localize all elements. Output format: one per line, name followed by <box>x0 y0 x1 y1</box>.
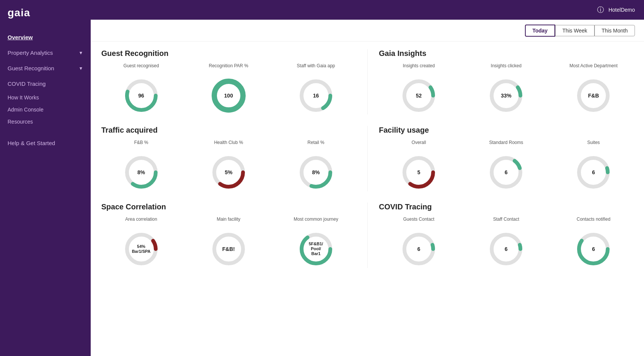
filter-this-week[interactable]: This Week <box>555 25 594 36</box>
time-filter-bar: Today This Week This Month <box>91 20 644 42</box>
row-1: Guest Recognition Guest recognised 96 <box>101 49 633 115</box>
donut-staff-contact: 6 <box>487 230 525 268</box>
donut-contacts-notified: 6 <box>574 230 612 268</box>
metric-label: Staff Contact <box>493 217 519 227</box>
metric-label: Health Club % <box>214 140 243 150</box>
top-bar: ⓘ HotelDemo <box>91 0 644 20</box>
donut-value: 8% <box>137 169 145 176</box>
dashboard: Guest Recognition Guest recognised 96 <box>91 42 644 287</box>
gaia-insights-title: Gaia Insights <box>379 49 634 58</box>
guest-recognition-title: Guest Recognition <box>101 49 356 58</box>
metric-health-club-pct: Health Club % 5% <box>189 140 268 191</box>
metric-suites: Suites 6 <box>554 140 633 191</box>
donut-facility-overall: 5 <box>400 153 438 191</box>
facility-usage-metrics: Overall 5 Standard Rooms <box>379 140 634 191</box>
sidebar-item-overview[interactable]: Overview <box>0 29 91 45</box>
metric-label: Most Active Department <box>570 63 618 74</box>
section-guest-recognition: Guest Recognition Guest recognised 96 <box>101 49 356 115</box>
metric-main-facility: Main facility F&B! <box>189 217 268 268</box>
metric-staff-gaia-app: Staff with Gaia app 16 <box>276 63 356 115</box>
sidebar-item-how-it-works[interactable]: How It Works <box>0 91 91 104</box>
donut-recognition-par: 100 <box>210 77 248 115</box>
section-facility-usage: Facility usage Overall 5 Stand <box>379 126 634 191</box>
donut-value: F&B! <box>222 246 235 252</box>
chevron-down-icon: ▼ <box>79 50 83 56</box>
filter-today[interactable]: Today <box>525 25 555 37</box>
donut-most-common-journey: 5F&B1/ Pool/ Bar1 <box>297 230 335 268</box>
donut-retail-pct: 8% <box>297 153 335 191</box>
guest-recognition-metrics: Guest recognised 96 Recognition PAR % <box>101 63 356 115</box>
donut-value: 6 <box>417 246 420 252</box>
metric-area-correlation: Area correlation 54% Bar1/SPA <box>101 217 181 268</box>
covid-tracing-metrics: Guests Contact 6 Staff Contact <box>379 217 634 268</box>
top-bar-right: ⓘ HotelDemo <box>597 5 635 14</box>
metric-label: Contacts notified <box>577 217 610 227</box>
donut-insights-created: 52 <box>400 77 438 115</box>
metric-contacts-notified: Contacts notified 6 <box>554 217 633 268</box>
user-label: HotelDemo <box>608 7 635 13</box>
metric-insights-clicked: Insights clicked 33% <box>466 63 546 115</box>
metric-label: Standard Rooms <box>489 140 523 150</box>
donut-main-facility: F&B! <box>210 230 248 268</box>
metric-insights-created: Insights created 52 <box>379 63 459 115</box>
sidebar-item-help[interactable]: Help & Get Started <box>0 135 91 151</box>
donut-value: 96 <box>138 93 144 99</box>
metric-label: Most common journey <box>294 217 338 227</box>
metric-label: Recognition PAR % <box>209 63 249 74</box>
section-traffic-acquired: Traffic acquired F&B % 8% Heal <box>101 126 356 191</box>
space-correlation-metrics: Area correlation 54% Bar1/SPA Main facil… <box>101 217 356 268</box>
metric-label: Retail % <box>308 140 325 150</box>
section-space-correlation: Space Correlation Area correlation 54% B… <box>101 203 356 268</box>
metric-guest-recognised: Guest recognised 96 <box>101 63 181 115</box>
metric-most-active-dept: Most Active Department F&B <box>554 63 633 115</box>
donut-health-club-pct: 5% <box>210 153 248 191</box>
gaia-insights-metrics: Insights created 52 Insights clicked <box>379 63 634 115</box>
metric-facility-overall: Overall 5 <box>379 140 459 191</box>
facility-usage-title: Facility usage <box>379 126 634 135</box>
donut-insights-clicked: 33% <box>487 77 525 115</box>
metric-label: Area correlation <box>125 217 157 227</box>
donut-value: 6 <box>505 169 508 176</box>
donut-staff-gaia-app: 16 <box>297 77 335 115</box>
metric-recognition-par: Recognition PAR % 100 <box>189 63 268 115</box>
help-icon[interactable]: ⓘ <box>597 5 604 14</box>
main-content: ⓘ HotelDemo Today This Week This Month G… <box>91 0 644 356</box>
donut-standard-rooms: 6 <box>487 153 525 191</box>
donut-value: 6 <box>592 169 595 176</box>
donut-value: 5% <box>225 169 232 176</box>
metric-label: Insights created <box>403 63 435 74</box>
donut-value: 6 <box>505 246 508 252</box>
sidebar-item-property-analytics[interactable]: Property Analytics ▼ <box>0 45 91 60</box>
metric-label: Staff with Gaia app <box>297 63 335 74</box>
metric-label: Guests Contact <box>403 217 435 227</box>
donut-area-correlation: 54% Bar1/SPA <box>122 230 160 268</box>
section-covid-tracing: COVID Tracing Guests Contact 6 <box>379 203 634 268</box>
sidebar-item-admin-console[interactable]: Admin Console <box>0 104 91 116</box>
traffic-acquired-title: Traffic acquired <box>101 126 356 135</box>
chevron-down-icon: ▼ <box>79 66 83 71</box>
donut-value: 5F&B1/ Pool/ Bar1 <box>309 241 323 257</box>
row-2: Traffic acquired F&B % 8% Heal <box>101 126 633 191</box>
sidebar-item-guest-recognition[interactable]: Guest Recognition ▼ <box>0 60 91 76</box>
section-divider <box>367 126 368 191</box>
metric-most-common-journey: Most common journey 5F&B1/ Pool/ Bar1 <box>276 217 356 268</box>
donut-value: F&B <box>588 93 599 99</box>
donut-value: 6 <box>592 246 595 252</box>
donut-value: 8% <box>312 169 320 176</box>
sidebar: gaia Overview Property Analytics ▼ Guest… <box>0 0 91 356</box>
donut-value: 52 <box>416 93 422 99</box>
donut-value: 100 <box>224 93 233 99</box>
filter-this-month[interactable]: This Month <box>594 25 635 36</box>
donut-guests-contact: 6 <box>400 230 438 268</box>
space-correlation-title: Space Correlation <box>101 203 356 211</box>
metric-guests-contact: Guests Contact 6 <box>379 217 459 268</box>
sidebar-nav: Overview Property Analytics ▼ Guest Reco… <box>0 26 91 356</box>
section-divider <box>367 203 368 268</box>
metric-fb-pct: F&B % 8% <box>101 140 181 191</box>
metric-label: Guest recognised <box>124 63 159 74</box>
sidebar-item-covid-tracing[interactable]: COVID Tracing <box>0 76 91 91</box>
donut-value: 54% Bar1/SPA <box>132 244 150 254</box>
donut-value: 33% <box>501 93 511 99</box>
metric-standard-rooms: Standard Rooms 6 <box>466 140 546 191</box>
sidebar-item-resources[interactable]: Resources <box>0 116 91 128</box>
